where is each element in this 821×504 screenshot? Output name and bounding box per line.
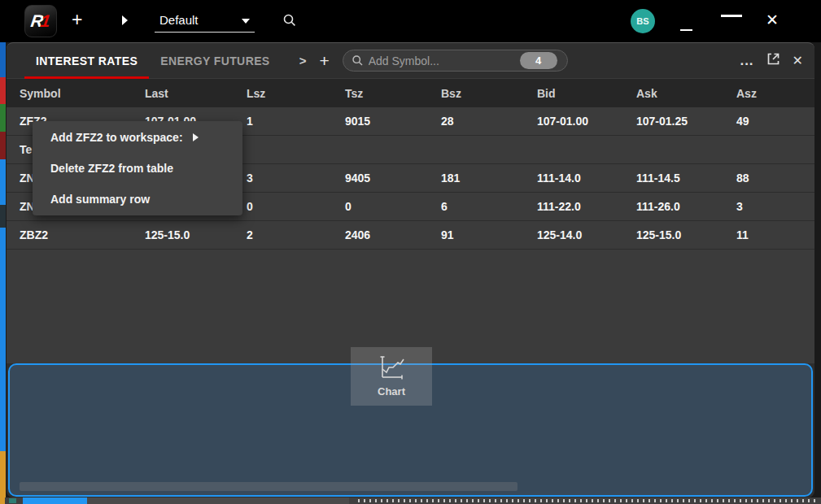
menu-item-label: Add summary row	[50, 193, 150, 206]
cell-tsz: 9015	[345, 115, 441, 128]
quote-board-panel: INTEREST RATES ENERGY FUTURES > + 4 ...	[7, 42, 814, 497]
chart-drag-ghost[interactable]: Chart	[351, 347, 432, 406]
tab-overflow-chevron-icon[interactable]: >	[299, 54, 307, 67]
horizontal-scrollbar[interactable]	[20, 482, 517, 491]
add-symbol-input[interactable]	[369, 54, 520, 67]
column-header-tsz[interactable]: Tsz	[345, 87, 441, 100]
search-icon	[352, 54, 364, 67]
close-panel-icon[interactable]: ✕	[793, 53, 803, 68]
cell-lsz: 0	[247, 200, 345, 213]
panel-tab-bar: INTEREST RATES ENERGY FUTURES > + 4 ...	[7, 43, 814, 79]
cell-asz: 3	[736, 200, 814, 213]
popout-icon[interactable]	[766, 52, 780, 69]
maximize-button[interactable]	[721, 15, 742, 17]
app-window: R 1 + Default BS ✕ INTEREST RATES ENERGY…	[0, 0, 821, 504]
column-header-lsz[interactable]: Lsz	[247, 87, 345, 100]
menu-item-delete-from-table[interactable]: Delete ZFZ2 from table	[33, 153, 242, 184]
cell-bid: 107-01.00	[537, 115, 636, 128]
chevron-down-icon	[242, 19, 250, 24]
tab-interest-rates[interactable]: INTEREST RATES	[24, 43, 149, 79]
cell-bid: 111-14.0	[537, 172, 636, 185]
column-header-asz[interactable]: Asz	[736, 87, 814, 100]
titlebar: R 1 + Default BS ✕	[0, 0, 821, 42]
cell-tsz: 9405	[345, 172, 441, 185]
table-row[interactable]: ZBZ2 125-15.0 2 2406 91 125-14.0 125-15.…	[7, 221, 814, 250]
cell-lsz: 1	[247, 115, 345, 128]
cell-asz: 49	[736, 115, 814, 128]
menu-item-label: Add ZFZ2 to workspace:	[50, 131, 183, 144]
cell-lsz: 2	[247, 228, 345, 241]
context-menu: Add ZFZ2 to workspace: Delete ZFZ2 from …	[33, 121, 242, 215]
panel-actions: ... ✕	[740, 52, 803, 69]
line-chart-icon	[377, 355, 406, 383]
column-header-bsz[interactable]: Bsz	[441, 87, 537, 100]
logo-number: 1	[40, 11, 52, 31]
app-logo[interactable]: R 1	[24, 5, 57, 37]
cell-tsz: 0	[345, 200, 441, 213]
add-window-button[interactable]: +	[72, 9, 82, 31]
more-options-icon[interactable]: ...	[740, 53, 753, 69]
submenu-arrow-icon	[193, 133, 199, 141]
workspace-selector-value: Default	[159, 13, 199, 27]
background-window-edge	[0, 21, 6, 497]
cell-last: 125-15.0	[145, 228, 247, 241]
close-window-button[interactable]: ✕	[766, 11, 779, 29]
avatar[interactable]: BS	[631, 9, 655, 33]
cell-bid: 111-22.0	[537, 200, 636, 213]
cell-bsz: 91	[441, 228, 537, 241]
cell-symbol: ZBZ2	[20, 228, 145, 241]
cell-tsz: 2406	[345, 228, 441, 241]
column-header-symbol[interactable]: Symbol	[20, 87, 145, 100]
column-header-bid[interactable]: Bid	[537, 87, 636, 100]
table-header: Symbol Last Lsz Tsz Bsz Bid Ask Asz	[7, 79, 814, 107]
cell-ask: 107-01.25	[636, 115, 736, 128]
workspace-selector[interactable]: Default	[155, 10, 255, 33]
cell-ask: 111-14.5	[636, 172, 736, 185]
column-header-ask[interactable]: Ask	[636, 87, 736, 100]
play-icon[interactable]	[122, 15, 128, 25]
cell-ask: 111-26.0	[636, 200, 736, 213]
cell-lsz: 3	[247, 172, 345, 185]
minimize-button[interactable]	[680, 29, 692, 31]
cell-asz: 11	[736, 228, 814, 241]
menu-item-add-to-workspace[interactable]: Add ZFZ2 to workspace:	[33, 122, 242, 153]
menu-item-label: Delete ZFZ2 from table	[50, 162, 173, 175]
cell-bsz: 181	[441, 172, 537, 185]
os-taskbar-edge	[0, 497, 821, 504]
cell-asz: 88	[736, 172, 814, 185]
add-tab-button[interactable]: +	[319, 51, 329, 71]
tab-energy-futures[interactable]: ENERGY FUTURES	[149, 43, 281, 79]
symbol-count-badge: 4	[520, 52, 557, 69]
column-header-last[interactable]: Last	[145, 87, 247, 100]
chart-ghost-label: Chart	[378, 385, 405, 398]
add-symbol-search[interactable]: 4	[343, 50, 568, 72]
cell-ask: 125-15.0	[636, 228, 736, 241]
search-icon[interactable]	[282, 13, 297, 31]
avatar-initials: BS	[636, 16, 649, 26]
cell-bsz: 28	[441, 115, 537, 128]
cell-bid: 125-14.0	[537, 228, 636, 241]
menu-item-add-summary-row[interactable]: Add summary row	[33, 184, 242, 215]
cell-bsz: 6	[441, 200, 537, 213]
